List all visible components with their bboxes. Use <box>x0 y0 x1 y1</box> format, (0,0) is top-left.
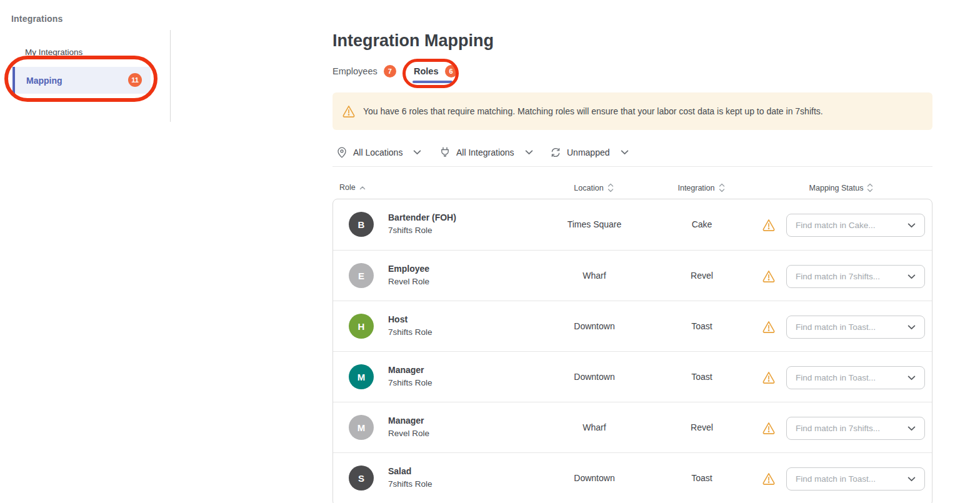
integration-cell: Cake <box>658 199 746 250</box>
integration-cell: Toast <box>658 301 746 352</box>
integration-cell: Revel <box>658 251 746 301</box>
find-match-select[interactable]: Find match in 7shifts... <box>786 265 925 288</box>
table-row: H Host 7shifts Role Downtown Toast Find … <box>333 301 932 351</box>
select-placeholder: Find match in Toast... <box>796 322 876 332</box>
tab-employees-badge: 7 <box>384 65 396 77</box>
location-cell: Times Square <box>512 199 677 250</box>
filter-all-integrations[interactable]: All Integrations <box>439 144 533 161</box>
sidebar-item-mapping[interactable]: Mapping 11 <box>12 67 151 94</box>
warning-banner-text: You have 6 roles that require matching. … <box>363 106 823 116</box>
sidebar-title: Integrations <box>11 14 63 24</box>
role-type: 7shifts Role <box>388 226 432 235</box>
active-tab-underline <box>412 81 452 83</box>
role-type: 7shifts Role <box>388 327 432 337</box>
role-name: Salad <box>388 466 411 476</box>
select-placeholder: Find match in Toast... <box>796 474 876 484</box>
warning-triangle-icon <box>762 472 776 486</box>
column-header-location[interactable]: Location <box>531 183 656 192</box>
sort-both-icon <box>719 183 725 192</box>
find-match-select[interactable]: Find match in Cake... <box>786 214 925 237</box>
filter-mapping-status-label: Unmapped <box>567 147 610 157</box>
avatar: M <box>349 364 374 389</box>
warning-triangle-icon <box>762 421 776 435</box>
role-name: Host <box>388 314 408 324</box>
column-header-integration-label: Integration <box>678 184 714 192</box>
plug-icon <box>439 146 451 159</box>
tab-employees[interactable]: Employees 7 <box>332 65 396 77</box>
chevron-down-icon <box>908 477 916 482</box>
integration-cell: Toast <box>658 453 746 503</box>
location-cell: Wharf <box>512 251 677 301</box>
avatar: M <box>349 415 374 440</box>
filter-mapping-status[interactable]: Unmapped <box>550 144 629 161</box>
tab-roles-label: Roles <box>414 65 439 77</box>
chevron-down-icon <box>621 150 629 155</box>
warning-triangle-icon <box>762 371 776 384</box>
sidebar-item-mapping-label: Mapping <box>26 76 62 86</box>
filter-all-integrations-label: All Integrations <box>456 147 514 157</box>
location-cell: Downtown <box>512 301 677 352</box>
location-pin-icon <box>336 146 348 159</box>
chevron-down-icon <box>413 150 421 155</box>
sort-both-icon <box>867 183 873 192</box>
select-placeholder: Find match in Toast... <box>796 373 876 382</box>
role-type: Revel Role <box>388 277 429 286</box>
table-row: M Manager Revel Role Wharf Revel Find ma… <box>333 402 932 452</box>
avatar: E <box>349 263 374 288</box>
warning-triangle-icon <box>762 320 776 334</box>
sidebar-divider <box>170 30 171 122</box>
column-header-integration[interactable]: Integration <box>639 183 764 192</box>
select-placeholder: Find match in Cake... <box>796 221 876 230</box>
find-match-select[interactable]: Find match in Toast... <box>786 366 925 389</box>
filter-all-locations-label: All Locations <box>353 147 402 157</box>
role-name: Employee <box>388 264 429 274</box>
integration-cell: Toast <box>658 352 746 402</box>
table-row: M Manager 7shifts Role Downtown Toast Fi… <box>333 351 932 402</box>
column-header-location-label: Location <box>574 184 603 192</box>
column-header-role-label: Role <box>339 183 356 192</box>
find-match-select[interactable]: Find match in Toast... <box>786 316 925 339</box>
tab-employees-label: Employees <box>332 65 378 77</box>
chevron-down-icon <box>908 325 916 330</box>
mapping-count-badge: 11 <box>128 73 142 87</box>
avatar: S <box>349 466 374 491</box>
role-type: Revel Role <box>388 429 429 438</box>
select-placeholder: Find match in 7shifts... <box>796 424 880 433</box>
role-type: 7shifts Role <box>388 378 432 387</box>
tab-roles-badge: 6 <box>445 65 458 77</box>
warning-triangle-icon <box>342 104 356 118</box>
table-row: S Salad 7shifts Role Downtown Toast Find… <box>333 452 932 503</box>
filters-divider <box>332 166 932 167</box>
sort-asc-icon <box>359 186 366 190</box>
tab-roles[interactable]: Roles 6 <box>414 65 458 77</box>
sidebar-section-label: My Integrations <box>25 47 82 57</box>
select-placeholder: Find match in 7shifts... <box>796 272 880 281</box>
find-match-select[interactable]: Find match in Toast... <box>786 467 925 491</box>
warning-triangle-icon <box>762 269 776 283</box>
chevron-down-icon <box>908 426 916 431</box>
role-type: 7shifts Role <box>388 479 432 489</box>
avatar: B <box>349 212 374 237</box>
column-header-mapping-status-label: Mapping Status <box>809 184 864 192</box>
location-cell: Downtown <box>512 352 677 402</box>
column-header-mapping-status[interactable]: Mapping Status <box>779 183 904 192</box>
sort-both-icon <box>608 183 614 192</box>
role-name: Bartender (FOH) <box>388 212 456 222</box>
column-header-role[interactable]: Role <box>339 183 366 192</box>
chevron-down-icon <box>908 274 916 279</box>
roles-mapping-table: B Bartender (FOH) 7shifts Role Times Squ… <box>332 199 932 503</box>
chevron-down-icon <box>525 150 533 155</box>
role-name: Manager <box>388 365 424 375</box>
chevron-down-icon <box>908 376 916 381</box>
table-row: E Employee Revel Role Wharf Revel Find m… <box>333 250 932 301</box>
filter-all-locations[interactable]: All Locations <box>336 144 421 161</box>
page-title: Integration Mapping <box>332 31 494 51</box>
role-name: Manager <box>388 416 424 426</box>
location-cell: Wharf <box>512 402 677 453</box>
avatar: H <box>349 314 374 339</box>
sync-icon <box>550 147 561 158</box>
find-match-select[interactable]: Find match in 7shifts... <box>786 417 925 440</box>
table-row: B Bartender (FOH) 7shifts Role Times Squ… <box>333 199 932 250</box>
warning-banner: You have 6 roles that require matching. … <box>332 92 932 130</box>
warning-triangle-icon <box>762 218 776 232</box>
